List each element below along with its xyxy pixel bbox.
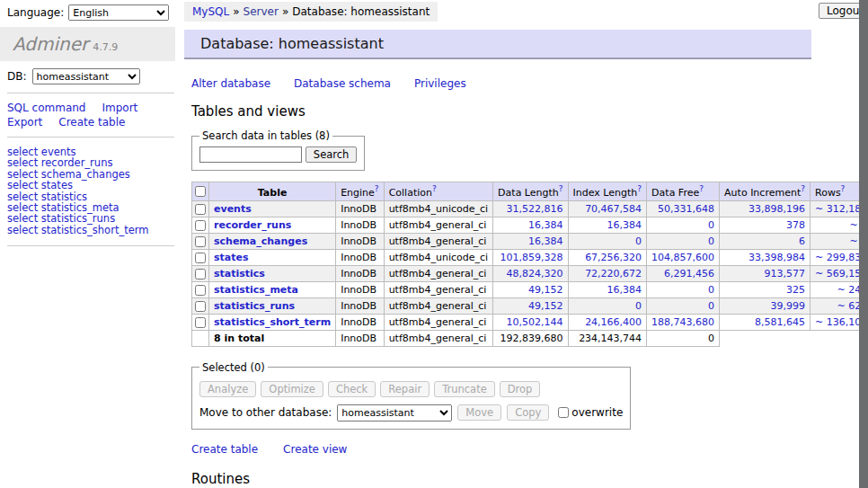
auto-increment-link[interactable]: 8,581,645 <box>755 316 805 328</box>
data-length-link[interactable]: 10,502,144 <box>507 316 563 328</box>
table-row: recorder_runs InnoDB utf8mb4_general_ci … <box>192 217 868 233</box>
engine-cell: InnoDB <box>336 281 384 297</box>
copy-button[interactable]: Copy <box>507 404 549 421</box>
data-length-link[interactable]: 16,384 <box>528 219 563 231</box>
search-button[interactable]: Search <box>306 146 358 163</box>
data-free-link[interactable]: 104,857,600 <box>651 252 714 263</box>
sidebar-action-link[interactable]: SQL command <box>7 102 85 114</box>
table-name-link[interactable]: events <box>214 203 252 215</box>
row-checkbox[interactable] <box>195 220 206 231</box>
row-checkbox[interactable] <box>195 204 206 215</box>
move-db-select[interactable]: homeassistant <box>337 404 452 421</box>
collation-cell: utf8mb4_general_ci <box>384 217 492 233</box>
sidebar-divider <box>7 93 174 93</box>
auto-increment-link[interactable]: 39,999 <box>771 300 806 312</box>
database-action-link[interactable]: Alter database <box>191 77 270 90</box>
data-free-link[interactable]: 50,331,648 <box>658 203 714 215</box>
help-icon[interactable]: ? <box>637 184 642 193</box>
selected-action-button[interactable]: Repair <box>380 381 430 397</box>
auto-increment-link[interactable]: 378 <box>786 219 805 231</box>
data-free-link[interactable]: 0 <box>708 219 714 231</box>
auto-increment-link[interactable]: 325 <box>786 284 805 296</box>
selected-action-button[interactable]: Drop <box>500 381 541 397</box>
row-checkbox[interactable] <box>195 236 206 247</box>
row-checkbox[interactable] <box>195 301 206 312</box>
engine-cell: InnoDB <box>336 297 384 314</box>
data-length-link[interactable]: 49,152 <box>528 300 563 312</box>
help-icon[interactable]: ? <box>841 184 846 193</box>
breadcrumb-mysql-link[interactable]: MySQL <box>192 5 229 18</box>
move-button[interactable]: Move <box>457 404 501 421</box>
adminer-logo-name[interactable]: Adminer <box>13 33 88 55</box>
auto-increment-link[interactable]: 913,577 <box>765 268 806 279</box>
sidebar-action-link[interactable]: Export <box>7 116 42 129</box>
database-action-link[interactable]: Database schema <box>294 77 391 90</box>
breadcrumb-current: Database: homeassistant <box>292 5 430 18</box>
row-checkbox[interactable] <box>195 269 206 279</box>
breadcrumb-separator: » <box>282 5 288 18</box>
index-length-link[interactable]: 72,220,672 <box>585 268 642 279</box>
auto-increment-link[interactable]: 6 <box>799 235 805 247</box>
index-length-link[interactable]: 67,256,320 <box>585 252 642 263</box>
table-name-link[interactable]: schema_changes <box>214 235 307 247</box>
table-name-link[interactable]: statistics_short_term <box>214 316 331 328</box>
data-free-link[interactable]: 6,291,456 <box>664 268 714 279</box>
help-icon[interactable]: ? <box>432 184 437 193</box>
selected-action-button[interactable]: Truncate <box>434 381 495 397</box>
data-free-link[interactable]: 0 <box>708 300 714 312</box>
index-length-link[interactable]: 0 <box>635 300 642 312</box>
create-link[interactable]: Create table <box>191 443 258 456</box>
breadcrumb-server-link[interactable]: Server <box>244 5 279 18</box>
data-length-link[interactable]: 101,859,328 <box>500 252 563 263</box>
index-length-link[interactable]: 16,384 <box>607 219 642 231</box>
help-icon[interactable]: ? <box>375 184 379 193</box>
search-input[interactable] <box>199 146 302 163</box>
sidebar-select-table-link[interactable]: select statistics_runs <box>7 213 174 224</box>
data-free-link[interactable]: 188,743,680 <box>651 316 714 328</box>
select-all-checkbox[interactable] <box>195 186 206 197</box>
sidebar-select-table-link[interactable]: select statistics_short_term <box>7 225 174 235</box>
auto-increment-link[interactable]: 33,398,984 <box>748 252 805 263</box>
data-free-link[interactable]: 0 <box>708 235 714 247</box>
row-checkbox[interactable] <box>195 317 206 328</box>
auto-increment-link[interactable]: 33,898,196 <box>748 203 805 215</box>
data-length-link[interactable]: 16,384 <box>528 235 563 247</box>
data-free-link[interactable]: 0 <box>708 284 714 296</box>
table-name-link[interactable]: statistics <box>214 268 265 279</box>
index-length-link[interactable]: 0 <box>635 235 642 247</box>
engine-cell: InnoDB <box>336 314 384 330</box>
table-name-link[interactable]: states <box>214 252 249 263</box>
table-name-link[interactable]: recorder_runs <box>214 219 291 231</box>
selected-action-button[interactable]: Optimize <box>261 381 323 397</box>
page-title-bar: Database: homeassistant <box>184 30 811 59</box>
table-name-link[interactable]: statistics_runs <box>214 300 295 312</box>
data-length-link[interactable]: 49,152 <box>528 284 563 296</box>
row-checkbox[interactable] <box>195 253 206 263</box>
index-length-link[interactable]: 24,166,400 <box>585 316 642 328</box>
table-name-link[interactable]: statistics_meta <box>214 284 298 296</box>
overwrite-checkbox[interactable] <box>558 407 569 418</box>
sidebar-select-table-link[interactable]: select states <box>7 180 174 191</box>
selected-action-button[interactable]: Analyze <box>199 381 256 397</box>
tables-overview-table: Table Engine? Collation? Data Length? In… <box>191 182 868 347</box>
breadcrumb: MySQL»Server»Database: homeassistant <box>184 2 438 22</box>
collation-cell: utf8mb4_unicode_ci <box>384 200 492 217</box>
help-icon[interactable]: ? <box>699 184 704 193</box>
help-icon[interactable]: ? <box>559 184 563 193</box>
create-link[interactable]: Create view <box>283 443 347 456</box>
sidebar-action-link[interactable]: Create table <box>58 116 125 129</box>
table-row: statistics_meta InnoDB utf8mb4_general_c… <box>192 281 868 297</box>
row-checkbox[interactable] <box>195 285 206 296</box>
database-action-link[interactable]: Privileges <box>414 77 466 90</box>
scrollbar[interactable] <box>859 0 868 488</box>
help-icon[interactable]: ? <box>801 184 805 193</box>
language-select[interactable]: English <box>68 4 169 21</box>
data-length-link[interactable]: 48,824,320 <box>507 268 563 279</box>
selected-action-button[interactable]: Check <box>328 381 376 397</box>
index-length-link[interactable]: 16,384 <box>607 284 642 296</box>
sidebar-select-table-link[interactable]: select recorder_runs <box>7 157 174 168</box>
db-select[interactable]: homeassistant <box>32 68 140 84</box>
sidebar-action-link[interactable]: Import <box>102 102 137 114</box>
index-length-link[interactable]: 70,467,584 <box>585 203 642 215</box>
data-length-link[interactable]: 31,522,816 <box>507 203 563 215</box>
